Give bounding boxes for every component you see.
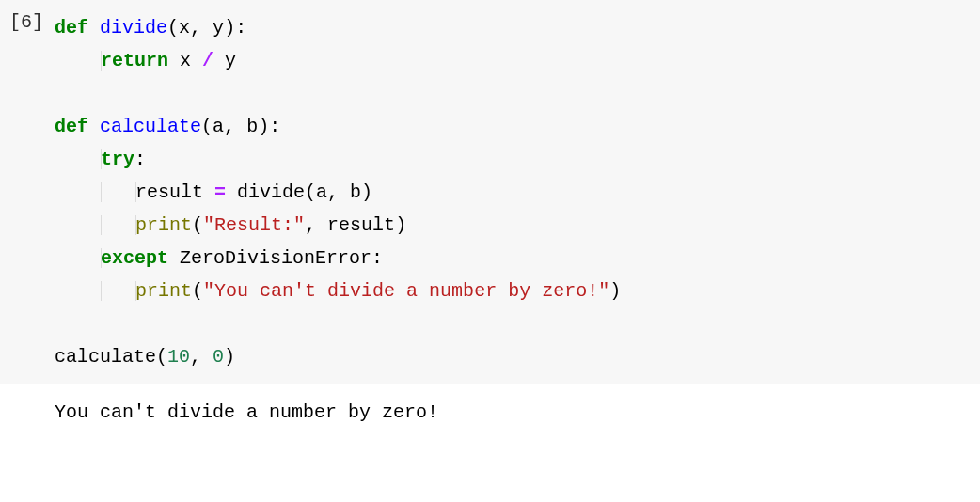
str-result: "Result:" — [203, 214, 305, 236]
arg-b: b — [246, 116, 258, 137]
str-zero: "You can't divide a number by zero!" — [203, 280, 609, 302]
builtin-print: print — [135, 280, 192, 302]
op-div: / — [202, 50, 213, 71]
paren-close: ) — [609, 280, 621, 302]
exc-zerodiv: ZeroDivisionError — [180, 247, 371, 269]
paren-close: ): — [224, 17, 246, 39]
arg-a: a — [213, 116, 224, 137]
fn-divide: divide — [100, 17, 167, 39]
prompt-label: [6] — [9, 11, 43, 33]
colon: : — [134, 149, 146, 170]
paren-open: ( — [167, 17, 179, 39]
space — [168, 247, 180, 269]
print-rest: , result) — [305, 214, 406, 236]
arg-y: y — [213, 17, 224, 39]
arg-x: x — [179, 17, 190, 39]
paren-open: ( — [201, 116, 213, 137]
fn-calculate: calculate — [100, 116, 201, 137]
paren-open: ( — [192, 280, 203, 302]
cell-prompt: [6] — [0, 0, 51, 44]
num-10: 10 — [167, 346, 190, 368]
indent-guide — [101, 215, 102, 235]
kw-def: def — [55, 116, 88, 137]
comma: , — [224, 116, 246, 137]
op-eq: = — [214, 181, 226, 203]
stmt-divide-call: divide(a, b) — [226, 181, 372, 203]
indent-guide — [101, 182, 102, 202]
output-area: You can't divide a number by zero! — [51, 392, 980, 433]
comma: , — [190, 17, 213, 39]
kw-except: except — [101, 247, 168, 269]
paren-close: ): — [258, 116, 280, 137]
stmt-result: result — [135, 181, 214, 203]
builtin-print: print — [135, 214, 192, 236]
indent-guide — [101, 281, 102, 301]
paren-open: ( — [192, 214, 203, 236]
code-area[interactable]: def divide(x, y): return x / y def calcu… — [51, 0, 980, 384]
kw-return: return — [101, 50, 168, 71]
kw-def: def — [55, 17, 88, 39]
kw-try: try — [101, 149, 134, 170]
output-cell: [6] You can't divide a number by zero! — [0, 392, 980, 433]
num-0: 0 — [213, 346, 224, 368]
comma: , — [190, 346, 213, 368]
code-cell: [6] def divide(x, y): return x / y def c… — [0, 0, 980, 384]
expr-y: y — [213, 50, 236, 71]
paren-close: ) — [224, 346, 235, 368]
call-calculate: calculate( — [55, 346, 167, 368]
expr-x: x — [168, 50, 202, 71]
colon: : — [371, 247, 383, 269]
output-text: You can't divide a number by zero! — [55, 401, 438, 423]
